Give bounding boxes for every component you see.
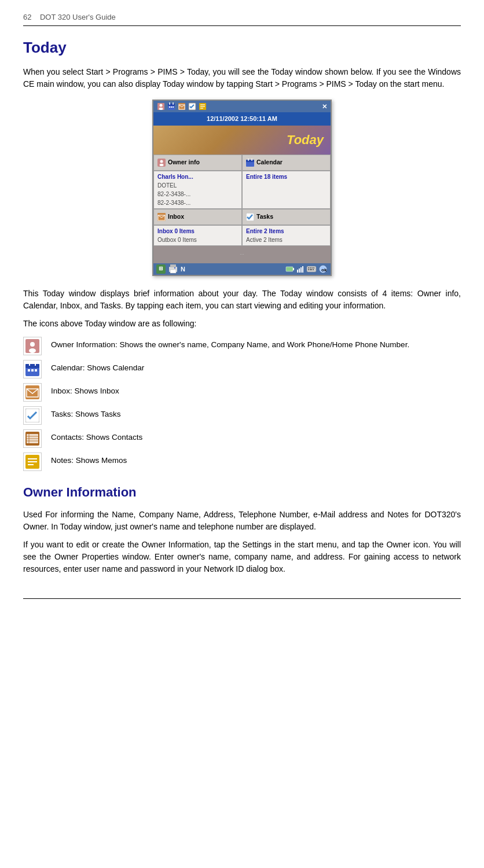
calendar-icon-img bbox=[25, 362, 39, 376]
titlebar-tasks-icon bbox=[188, 102, 196, 111]
icon-list-item-notes: Notes: Shows Memos bbox=[23, 453, 461, 471]
svg-rect-56 bbox=[35, 369, 37, 372]
svg-rect-24 bbox=[157, 213, 166, 221]
owner-information-section: Owner Information Used For informing the… bbox=[23, 483, 461, 575]
contacts-icon-box bbox=[23, 429, 42, 448]
svg-rect-34 bbox=[299, 269, 300, 273]
titlebar-inbox-icon bbox=[178, 102, 186, 111]
owner-data-cell: Charls Hon... DOTEL 82-2-3438-... 82-2-3… bbox=[153, 171, 242, 209]
icon-list-item-tasks: Tasks: Shows Tasks bbox=[23, 406, 461, 425]
svg-rect-10 bbox=[178, 103, 185, 110]
inbox-header: Inbox bbox=[153, 209, 242, 225]
svg-text:ok: ok bbox=[321, 267, 327, 273]
icon-list-item-calendar: Calendar: Shows Calendar bbox=[23, 360, 461, 378]
outbox-items: Outbox 0 Items bbox=[157, 236, 238, 244]
contacts-icon-desc: Contacts: Shows Contacts bbox=[51, 429, 461, 443]
calendar-icon-desc: Calendar: Shows Calendar bbox=[51, 360, 461, 374]
calendar-data-cell: Entire 18 items bbox=[242, 171, 331, 209]
owner-icon-box bbox=[23, 337, 42, 355]
calendar-header: Calendar bbox=[242, 155, 331, 171]
owner-name: Charls Hon... bbox=[157, 172, 238, 181]
svg-rect-8 bbox=[171, 106, 172, 108]
icons-intro: The icons above Today window are as foll… bbox=[23, 318, 461, 330]
svg-rect-31 bbox=[286, 267, 293, 271]
inbox-data-cell: Inbox 0 Items Outbox 0 Items bbox=[153, 225, 242, 246]
owner-phone1: 82-2-3438-... bbox=[157, 190, 238, 198]
svg-rect-9 bbox=[173, 106, 174, 108]
calendar-cell-icon bbox=[246, 159, 254, 167]
today-description: This Today window displays brief informa… bbox=[23, 288, 461, 312]
owner-section-title: Owner Information bbox=[23, 483, 461, 502]
tasks-data-cell: Entire 2 Items Active 2 Items bbox=[242, 225, 331, 246]
notes-icon-img bbox=[25, 455, 39, 469]
titlebar-notes-icon bbox=[199, 102, 207, 111]
owner-cell-icon bbox=[157, 159, 166, 167]
svg-rect-43 bbox=[310, 269, 312, 270]
svg-point-48 bbox=[30, 342, 35, 347]
svg-rect-32 bbox=[293, 268, 294, 270]
svg-point-18 bbox=[160, 160, 163, 163]
svg-rect-41 bbox=[313, 267, 314, 269]
tasks-icon-box bbox=[23, 406, 42, 425]
titlebar-owner-icon bbox=[157, 102, 165, 111]
taskbar-battery-icon bbox=[285, 265, 295, 273]
tasks-entire: Entire 2 Items bbox=[246, 227, 327, 236]
taskbar-keyboard-icon bbox=[306, 265, 317, 273]
owner-company: DOTEL bbox=[157, 181, 238, 190]
icon-list-item-owner: Owner Information: Shows the owner's nam… bbox=[23, 337, 461, 355]
start-button[interactable]: ⊞ bbox=[156, 264, 166, 274]
today-section-title: Today bbox=[23, 36, 461, 59]
svg-rect-35 bbox=[300, 267, 302, 273]
today-intro: When you select Start > Programs > PIMS … bbox=[23, 66, 461, 90]
device-screenshot-container: ✕ 12/11/2002 12:50:11 AM Today Owner inf… bbox=[23, 100, 461, 277]
tasks-icon-img bbox=[25, 409, 39, 422]
close-button[interactable]: ✕ bbox=[322, 102, 327, 112]
inbox-icon-img bbox=[25, 385, 39, 399]
screen-datetime: 12/11/2002 12:50:11 AM bbox=[153, 112, 331, 126]
owner-info-header: Owner info bbox=[153, 155, 242, 171]
notes-icon-box bbox=[23, 453, 42, 471]
svg-rect-39 bbox=[310, 267, 311, 269]
svg-point-1 bbox=[160, 104, 163, 106]
svg-rect-44 bbox=[313, 269, 314, 270]
owner-para1: Used For informing the Name, Company Nam… bbox=[23, 509, 461, 533]
svg-point-19 bbox=[160, 164, 164, 166]
guide-title: DOT 320 User's Guide bbox=[40, 13, 116, 21]
inbox-icon-desc: Inbox: Shows Inbox bbox=[51, 383, 461, 397]
page-header: 62 DOT 320 User's Guide bbox=[23, 12, 461, 26]
screen-taskbar: ⊞ N bbox=[153, 263, 331, 275]
taskbar-signal-icon bbox=[296, 265, 305, 273]
inbox-icon-box bbox=[23, 383, 42, 402]
taskbar-right: ok bbox=[285, 265, 328, 273]
svg-rect-54 bbox=[28, 369, 30, 372]
bottom-divider bbox=[23, 598, 461, 599]
svg-rect-36 bbox=[302, 266, 303, 273]
tasks-icon-desc: Tasks: Shows Tasks bbox=[51, 406, 461, 420]
svg-rect-42 bbox=[308, 269, 309, 270]
owner-icon-img bbox=[25, 339, 39, 353]
svg-rect-21 bbox=[246, 160, 254, 162]
titlebar-calendar-icon bbox=[167, 102, 175, 111]
svg-rect-29 bbox=[170, 270, 176, 273]
tasks-active: Active 2 Items bbox=[246, 236, 327, 244]
svg-rect-33 bbox=[297, 270, 298, 273]
icon-list-item-contacts: Contacts: Shows Contacts bbox=[23, 429, 461, 448]
screen-grid: Owner info Calendar Charls Hon... DOTEL … bbox=[153, 155, 331, 246]
screen-photo-area: ··· bbox=[153, 246, 331, 263]
svg-rect-55 bbox=[31, 369, 34, 372]
inbox-items: Inbox 0 Items bbox=[157, 227, 238, 236]
owner-icon-desc: Owner Information: Shows the owner's nam… bbox=[51, 337, 461, 351]
taskbar-printer-icon bbox=[168, 264, 178, 274]
owner-phone2: 82-2-3438-... bbox=[157, 198, 238, 207]
svg-point-2 bbox=[159, 108, 163, 110]
svg-rect-40 bbox=[311, 267, 313, 269]
calendar-items: Entire 18 items bbox=[246, 172, 327, 181]
taskbar-ok-icon: ok bbox=[318, 265, 328, 273]
screen-titlebar: ✕ bbox=[153, 101, 331, 113]
titlebar-icons bbox=[157, 102, 207, 111]
svg-rect-4 bbox=[168, 104, 175, 106]
svg-rect-51 bbox=[25, 364, 39, 368]
svg-rect-7 bbox=[169, 106, 170, 108]
svg-rect-38 bbox=[308, 267, 309, 269]
page-number: 62 bbox=[23, 13, 31, 21]
